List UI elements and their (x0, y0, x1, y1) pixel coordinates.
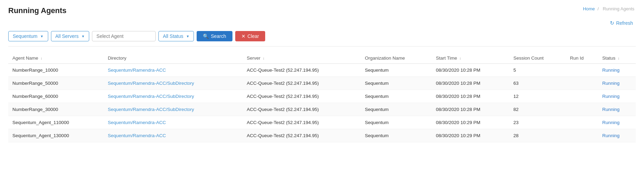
search-button[interactable]: 🔍 Search (197, 31, 232, 41)
cell-directory: Sequentum/Ramendra-ACC (104, 116, 243, 129)
col-session-count: Session Count (509, 53, 566, 64)
cell-directory: Sequentum/Ramendra-ACC (104, 129, 243, 142)
table-row: NumberRange_50000 Sequentum/Ramendra-ACC… (8, 77, 636, 90)
directory-link[interactable]: Sequentum/Ramendra-ACC (108, 120, 166, 125)
cell-org-name: Sequentum (361, 103, 432, 116)
servers-label: All Servers (55, 33, 79, 39)
directory-link[interactable]: Sequentum/Ramendra-ACC/SubDirectory (108, 94, 194, 99)
header-row: Agent Name ↕ Directory Server ↕ Organiza… (8, 53, 636, 64)
org-caret-icon: ▼ (40, 34, 44, 38)
cell-server: ACC-Queue-Test2 (52.247.194.95) (242, 116, 361, 129)
cell-session-count: 82 (509, 103, 566, 116)
col-start-time: Start Time ↕ (432, 53, 509, 64)
table-row: Sequentum_Agent_110000 Sequentum/Ramendr… (8, 116, 636, 129)
cell-org-name: Sequentum (361, 129, 432, 142)
cell-start-time: 08/30/2020 10:29 PM (432, 129, 509, 142)
cell-agent-name: NumberRange_30000 (8, 103, 104, 116)
cell-directory: Sequentum/Ramendra-ACC/SubDirectory (104, 103, 243, 116)
col-status: Status ↕ (598, 53, 636, 64)
page-title: Running Agents (8, 6, 66, 15)
cell-run-id (566, 103, 598, 116)
status-caret-icon: ▼ (186, 34, 189, 38)
refresh-button[interactable]: ↻ Refresh (607, 19, 636, 28)
agent-name-sort-icon[interactable]: ↕ (41, 57, 42, 60)
status-dropdown[interactable]: All Status ▼ (158, 31, 194, 41)
table-row: NumberRange_30000 Sequentum/Ramendra-ACC… (8, 103, 636, 116)
clear-label: Clear (248, 33, 259, 39)
cell-status: Running (598, 116, 636, 129)
refresh-row: ↻ Refresh (8, 19, 636, 28)
table-header: Agent Name ↕ Directory Server ↕ Organiza… (8, 53, 636, 64)
cell-directory: Sequentum/Ramendra-ACC/SubDirectory (104, 77, 243, 90)
breadcrumb-current: Running Agents (603, 6, 634, 11)
refresh-icon: ↻ (610, 20, 614, 26)
cell-status: Running (598, 64, 636, 77)
cell-server: ACC-Queue-Test2 (52.247.194.95) (242, 77, 361, 90)
status-badge: Running (602, 107, 620, 112)
cell-status: Running (598, 77, 636, 90)
cell-status: Running (598, 103, 636, 116)
directory-link[interactable]: Sequentum/Ramendra-ACC (108, 68, 166, 73)
cell-run-id (566, 77, 598, 90)
cell-agent-name: Sequentum_Agent_110000 (8, 116, 104, 129)
cell-run-id (566, 129, 598, 142)
agent-input[interactable] (92, 31, 156, 41)
breadcrumb: Home / Running Agents (583, 6, 636, 11)
directory-link[interactable]: Sequentum/Ramendra-ACC/SubDirectory (108, 81, 194, 86)
running-agents-table: Agent Name ↕ Directory Server ↕ Organiza… (8, 53, 636, 142)
cell-org-name: Sequentum (361, 116, 432, 129)
col-run-id: Run Id (566, 53, 598, 64)
org-label: Sequentum (13, 33, 38, 39)
cell-session-count: 12 (509, 90, 566, 103)
cell-run-id (566, 116, 598, 129)
status-label: All Status (163, 33, 183, 39)
table-row: NumberRange_10000 Sequentum/Ramendra-ACC… (8, 64, 636, 77)
cell-org-name: Sequentum (361, 64, 432, 77)
servers-dropdown[interactable]: All Servers ▼ (51, 31, 90, 41)
status-badge: Running (602, 133, 620, 138)
servers-caret-icon: ▼ (81, 34, 85, 38)
cell-server: ACC-Queue-Test2 (52.247.194.95) (242, 90, 361, 103)
cell-run-id (566, 90, 598, 103)
cell-start-time: 08/30/2020 10:28 PM (432, 90, 509, 103)
status-sort-icon[interactable]: ↕ (618, 57, 620, 60)
status-badge: Running (602, 120, 620, 125)
cell-session-count: 63 (509, 77, 566, 90)
status-badge: Running (602, 68, 620, 73)
breadcrumb-separator: / (598, 6, 599, 11)
cell-status: Running (598, 129, 636, 142)
col-agent-name: Agent Name ↕ (8, 53, 104, 64)
cell-org-name: Sequentum (361, 90, 432, 103)
col-org-name: Organization Name (361, 53, 432, 64)
cell-server: ACC-Queue-Test2 (52.247.194.95) (242, 129, 361, 142)
cell-session-count: 5 (509, 64, 566, 77)
cell-start-time: 08/30/2020 10:28 PM (432, 77, 509, 90)
cell-server: ACC-Queue-Test2 (52.247.194.95) (242, 103, 361, 116)
cell-org-name: Sequentum (361, 77, 432, 90)
search-icon: 🔍 (203, 33, 209, 39)
org-dropdown[interactable]: Sequentum ▼ (8, 31, 48, 41)
cell-agent-name: NumberRange_60000 (8, 90, 104, 103)
cell-server: ACC-Queue-Test2 (52.247.194.95) (242, 64, 361, 77)
search-label: Search (211, 33, 226, 39)
breadcrumb-home[interactable]: Home (583, 6, 595, 11)
cell-directory: Sequentum/Ramendra-ACC (104, 64, 243, 77)
directory-link[interactable]: Sequentum/Ramendra-ACC/SubDirectory (108, 107, 194, 112)
status-badge: Running (602, 94, 620, 99)
cell-run-id (566, 64, 598, 77)
server-sort-icon[interactable]: ↕ (263, 57, 264, 60)
cell-session-count: 23 (509, 116, 566, 129)
page-header: Running Agents Home / Running Agents (8, 6, 636, 15)
start-time-sort-icon[interactable]: ↕ (459, 57, 461, 60)
cell-agent-name: NumberRange_10000 (8, 64, 104, 77)
clear-x-icon: ✕ (241, 33, 246, 39)
cell-agent-name: NumberRange_50000 (8, 77, 104, 90)
cell-directory: Sequentum/Ramendra-ACC/SubDirectory (104, 90, 243, 103)
directory-link[interactable]: Sequentum/Ramendra-ACC (108, 133, 166, 138)
cell-start-time: 08/30/2020 10:28 PM (432, 103, 509, 116)
cell-agent-name: Sequentum_Agent_130000 (8, 129, 104, 142)
table-row: Sequentum_Agent_130000 Sequentum/Ramendr… (8, 129, 636, 142)
clear-button[interactable]: ✕ Clear (235, 31, 265, 41)
cell-start-time: 08/30/2020 10:29 PM (432, 116, 509, 129)
refresh-label: Refresh (616, 20, 633, 26)
